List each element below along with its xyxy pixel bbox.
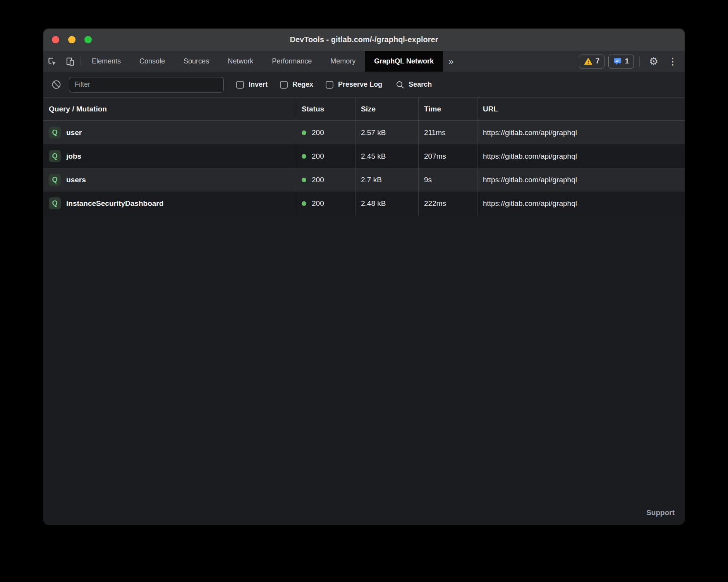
tab-sources[interactable]: Sources [174,51,218,72]
query-cell: Q users [43,168,296,192]
warning-count: 7 [596,57,599,65]
minimize-button[interactable] [68,36,76,43]
url-cell: https://gitlab.com/api/graphql [477,168,685,192]
search-button[interactable]: Search [395,80,432,89]
tab-network[interactable]: Network [218,51,263,72]
checkbox-box [326,81,333,89]
inspect-element-button[interactable] [43,51,61,72]
time-cell: 207ms [418,144,477,168]
content-area: Support [43,215,685,525]
query-type-badge: Q [49,127,61,139]
table-row[interactable]: Q instanceSecurityDashboard 200 2.48 kB … [43,192,685,215]
size-cell: 2.48 kB [355,192,418,215]
table-header: Query / Mutation Status Size Time URL [43,98,685,121]
device-toolbar-icon [65,56,75,67]
search-label: Search [409,80,432,89]
time-cell: 222ms [418,192,477,215]
table-row[interactable]: Q jobs 200 2.45 kB 207ms https://gitlab.… [43,144,685,168]
issue-bubble-icon [613,57,622,66]
column-header-status[interactable]: Status [296,98,355,120]
window-title: DevTools - gitlab.com/-/graphql-explorer [43,35,685,44]
status-cell: 200 [296,144,355,168]
status-code: 200 [312,176,324,184]
tab-performance[interactable]: Performance [263,51,321,72]
filter-toolbar: Invert Regex Preserve Log Search [43,72,685,98]
settings-button[interactable]: ⚙ [645,55,662,68]
more-tabs-button[interactable]: » [443,51,459,72]
regex-label: Regex [292,80,313,89]
status-cell: 200 [296,168,355,192]
tab-console[interactable]: Console [130,51,174,72]
gear-icon: ⚙ [649,55,658,68]
zoom-button[interactable] [84,36,92,43]
block-icon [51,79,62,90]
tab-elements[interactable]: Elements [82,51,130,72]
query-name: instanceSecurityDashboard [66,199,163,208]
query-name: users [66,176,86,184]
close-button[interactable] [52,36,59,43]
time-cell: 9s [418,168,477,192]
warning-icon [584,57,592,66]
tab-bar: Elements Console Sources Network Perform… [43,51,685,72]
clear-log-button[interactable] [50,79,63,90]
url-cell: https://gitlab.com/api/graphql [477,192,685,215]
table-row[interactable]: Q user 200 2.57 kB 211ms https://gitlab.… [43,121,685,144]
query-type-badge: Q [49,150,61,162]
status-ok-icon [302,201,306,206]
size-cell: 2.57 kB [355,121,418,144]
device-toolbar-button[interactable] [61,51,79,72]
status-code: 200 [312,152,324,161]
url-cell: https://gitlab.com/api/graphql [477,144,685,168]
column-header-size[interactable]: Size [355,98,418,120]
devtools-window: DevTools - gitlab.com/-/graphql-explorer… [43,29,685,525]
issues-badge[interactable]: 1 [608,55,634,68]
titlebar: DevTools - gitlab.com/-/graphql-explorer [43,29,685,51]
status-ok-icon [302,130,306,135]
column-header-url[interactable]: URL [477,98,685,120]
status-code: 200 [312,128,324,137]
column-header-time[interactable]: Time [418,98,477,120]
query-type-badge: Q [49,197,61,209]
invert-label: Invert [249,80,268,89]
divider [81,56,81,67]
query-name: jobs [66,152,81,161]
tab-memory[interactable]: Memory [321,51,365,72]
status-ok-icon [302,154,306,159]
status-cell: 200 [296,121,355,144]
preserve-log-label: Preserve Log [338,80,382,89]
issue-count: 1 [625,57,629,65]
checkbox-box [280,81,288,89]
tab-graphql-network[interactable]: GraphQL Network [365,51,443,72]
filter-input[interactable] [69,77,224,92]
table-row[interactable]: Q users 200 2.7 kB 9s https://gitlab.com… [43,168,685,192]
tabbar-right-controls: 7 1 ⚙ ⋮ [579,51,685,72]
support-link[interactable]: Support [646,508,675,517]
query-cell: Q jobs [43,144,296,168]
menu-button[interactable]: ⋮ [666,56,679,67]
status-ok-icon [302,178,306,182]
warnings-badge[interactable]: 7 [579,55,604,68]
preserve-log-checkbox[interactable]: Preserve Log [326,80,382,89]
query-cell: Q user [43,121,296,144]
kebab-menu-icon: ⋮ [668,56,677,67]
query-name: user [66,128,82,137]
size-cell: 2.7 kB [355,168,418,192]
invert-checkbox[interactable]: Invert [236,80,268,89]
divider [639,56,640,67]
search-icon [395,80,405,89]
column-header-query[interactable]: Query / Mutation [43,98,296,120]
checkbox-box [236,81,244,89]
query-type-badge: Q [49,174,61,186]
regex-checkbox[interactable]: Regex [280,80,313,89]
url-cell: https://gitlab.com/api/graphql [477,121,685,144]
status-code: 200 [312,199,324,208]
inspect-cursor-icon [47,56,57,67]
status-cell: 200 [296,192,355,215]
window-controls [43,36,92,43]
time-cell: 211ms [418,121,477,144]
query-cell: Q instanceSecurityDashboard [43,192,296,215]
size-cell: 2.45 kB [355,144,418,168]
